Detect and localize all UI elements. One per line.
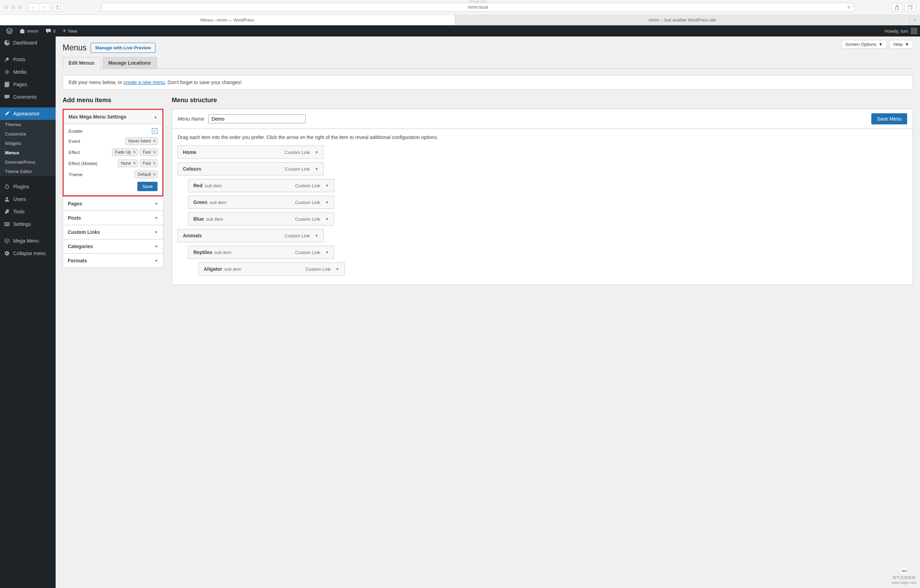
sidebar-mega-menu[interactable]: Mega Menu xyxy=(0,234,56,247)
reload-icon[interactable]: ↻ xyxy=(847,5,851,10)
live-preview-button[interactable]: Manage with Live Preview xyxy=(91,43,155,53)
chevron-down-icon[interactable]: ▼ xyxy=(325,250,329,254)
tab-edit-menus[interactable]: Edit Menus xyxy=(63,57,100,69)
sidebar-label: Pages xyxy=(13,82,27,87)
tabs-button[interactable] xyxy=(905,3,916,11)
menu-item[interactable]: Bluesub itemCustom Link▼ xyxy=(188,212,334,226)
browser-tab-1[interactable]: Menus ‹ mmm — WordPress xyxy=(0,15,455,25)
sidebar-settings[interactable]: Settings xyxy=(0,218,56,230)
mm-enable-checkbox[interactable]: ✓ xyxy=(152,128,157,134)
info-box: Edit your menu below, or create a new me… xyxy=(63,75,913,90)
svg-point-17 xyxy=(6,225,7,226)
maximize-window[interactable] xyxy=(18,5,22,10)
chevron-down-icon[interactable]: ▼ xyxy=(335,267,339,271)
forward-button[interactable]: › xyxy=(39,3,50,11)
comments-icon xyxy=(3,94,10,100)
menu-item-title: Reptiles xyxy=(193,249,212,255)
menu-item[interactable]: Redsub itemCustom Link▼ xyxy=(188,179,334,192)
mm-save-button[interactable]: Save xyxy=(137,182,157,191)
sidebar-toggle[interactable] xyxy=(53,3,64,11)
new-label: New xyxy=(68,29,77,34)
sidebar-label: Posts xyxy=(13,57,25,62)
mm-panel-title: Max Mega Menu Settings xyxy=(68,114,126,120)
mm-effect-select[interactable]: Fade Up xyxy=(112,149,138,156)
new-tab-button[interactable]: + xyxy=(910,15,920,25)
sidebar-widgets[interactable]: Widgets xyxy=(0,139,56,148)
mm-theme-select[interactable]: Default xyxy=(134,171,157,178)
mm-effect-mobile-select[interactable]: None xyxy=(118,160,138,167)
screen-options-button[interactable]: Screen Options ▼ xyxy=(841,40,887,48)
menu-name-input[interactable] xyxy=(208,114,306,123)
share-button[interactable] xyxy=(891,3,902,11)
save-menu-button[interactable]: Save Menu xyxy=(871,113,907,124)
greeting[interactable]: Howdy, tom xyxy=(884,29,908,34)
help-button[interactable]: Help ▼ xyxy=(889,40,913,48)
close-window[interactable] xyxy=(4,5,8,10)
sidebar-tools[interactable]: Tools xyxy=(0,205,56,218)
create-menu-link[interactable]: create a new menu xyxy=(123,79,165,85)
chevron-down-icon[interactable]: ▼ xyxy=(315,167,319,171)
sidebar-generatepress[interactable]: GeneratePress xyxy=(0,157,56,167)
wp-logo[interactable] xyxy=(3,25,16,37)
sidebar-dashboard[interactable]: Dashboard xyxy=(0,37,56,49)
menu-header-row: Menu Name Save Menu xyxy=(172,109,913,129)
site-name-link[interactable]: mmm xyxy=(16,25,42,37)
mm-event-label: Event xyxy=(68,139,125,144)
formats-panel-title: Formats xyxy=(68,258,87,263)
new-link[interactable]: + New xyxy=(59,25,81,37)
menu-item[interactable]: Greensub itemCustom Link▼ xyxy=(188,195,334,209)
sidebar-customize[interactable]: Customize xyxy=(0,129,56,139)
posts-panel-header[interactable]: Posts ▼ xyxy=(63,211,163,225)
menu-item-type: Custom Link xyxy=(285,166,310,172)
sidebar-posts[interactable]: Posts xyxy=(0,53,56,66)
formats-panel-header[interactable]: Formats ▼ xyxy=(63,254,163,268)
categories-panel-header[interactable]: Categories ▼ xyxy=(63,239,163,254)
chevron-down-icon[interactable]: ▼ xyxy=(315,150,319,154)
chevron-up-icon: ▲ xyxy=(154,115,157,119)
mm-effect-label: Effect xyxy=(68,150,112,155)
sidebar-media[interactable]: Media xyxy=(0,66,56,78)
menu-item-sub: sub item xyxy=(204,183,222,188)
sidebar-theme-editor[interactable]: Theme Editor xyxy=(0,167,56,176)
mm-event-select[interactable]: Hover Intent xyxy=(125,137,157,145)
pages-panel-header[interactable]: Pages ▼ xyxy=(63,196,163,211)
minimize-window[interactable] xyxy=(11,5,15,10)
avatar[interactable] xyxy=(911,28,917,34)
browser-tab-2[interactable]: mmm – Just another WordPress site xyxy=(455,15,910,25)
plus-icon: + xyxy=(63,28,66,34)
comments-link[interactable]: 0 xyxy=(42,25,59,37)
home-icon xyxy=(19,29,25,33)
sidebar-pages[interactable]: Pages xyxy=(0,78,56,91)
menu-item-type: Custom Link xyxy=(285,233,310,238)
menu-item[interactable]: Aligatorsub itemCustom Link▼ xyxy=(199,262,345,276)
svg-rect-4 xyxy=(908,6,912,10)
wp-body: Dashboard Posts Media Pages Comments App… xyxy=(0,37,920,588)
browser-toolbar: ‹ › Alileyue.Com mmm.local ↻ xyxy=(0,0,920,15)
sidebar-plugins[interactable]: Plugins xyxy=(0,180,56,193)
menu-item[interactable]: Reptilessub itemCustom Link▼ xyxy=(188,246,334,259)
chevron-down-icon[interactable]: ▼ xyxy=(315,234,319,238)
mm-effect-mobile-speed-select[interactable]: Fast xyxy=(140,160,157,167)
sidebar-label: Appearance xyxy=(13,111,40,116)
menu-item[interactable]: HomeCustom Link▼ xyxy=(178,145,324,159)
address-bar[interactable]: Alileyue.Com mmm.local ↻ xyxy=(102,3,854,12)
sidebar-themes[interactable]: Themes xyxy=(0,120,56,129)
custom-links-panel-header[interactable]: Custom Links ▼ xyxy=(63,225,163,239)
nav-buttons: ‹ › xyxy=(28,3,50,11)
chevron-down-icon[interactable]: ▼ xyxy=(325,184,329,187)
tab-manage-locations[interactable]: Manage Locations xyxy=(102,57,157,68)
mm-effect-speed-select[interactable]: Fast xyxy=(140,149,157,156)
info-prefix: Edit your menu below, or xyxy=(68,79,123,85)
chevron-down-icon[interactable]: ▼ xyxy=(325,217,329,221)
mm-panel-header[interactable]: Max Mega Menu Settings ▲ xyxy=(64,110,162,124)
sidebar-appearance[interactable]: Appearance xyxy=(0,107,56,120)
sidebar-comments[interactable]: Comments xyxy=(0,91,56,103)
chevron-down-icon[interactable]: ▼ xyxy=(325,200,329,204)
svg-point-16 xyxy=(7,223,9,225)
menu-item[interactable]: AnimalsCustom Link▼ xyxy=(178,229,324,242)
sidebar-users[interactable]: Users xyxy=(0,193,56,205)
menu-item[interactable]: ColoursCustom Link▼ xyxy=(178,162,324,176)
back-button[interactable]: ‹ xyxy=(28,3,39,11)
sidebar-menus[interactable]: Menus xyxy=(0,148,56,157)
sidebar-collapse[interactable]: Collapse menu xyxy=(0,247,56,260)
